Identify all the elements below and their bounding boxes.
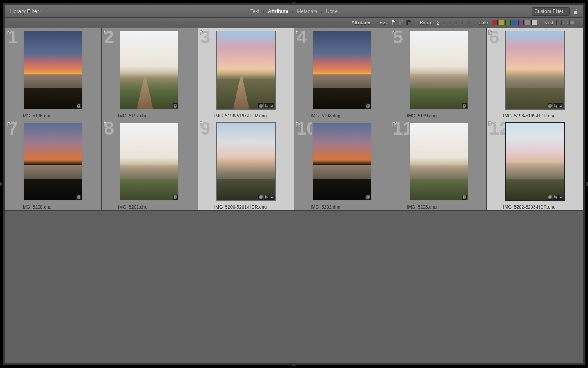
kind-virtual-button[interactable] xyxy=(563,20,568,25)
flag-unflagged-button[interactable] xyxy=(399,20,405,25)
filename-label: IMG_5196.dng xyxy=(22,113,51,118)
flag-label: Flag xyxy=(379,20,388,25)
color-swatch-1[interactable] xyxy=(499,20,504,25)
thumbnail-image[interactable] xyxy=(24,31,82,109)
rating-star-5[interactable]: ★ xyxy=(466,19,471,26)
thumbnail-image[interactable] xyxy=(313,31,371,109)
stack-badge-icon[interactable] xyxy=(258,103,263,108)
kind-master-button[interactable] xyxy=(556,20,562,25)
hdr-badge-icon[interactable] xyxy=(558,195,563,200)
thumbnail-cell[interactable]: 5IMG_5199.dng xyxy=(390,28,486,119)
rating-star-4[interactable]: ★ xyxy=(460,19,465,26)
badge-tray xyxy=(258,103,274,108)
flag-icon[interactable] xyxy=(7,30,11,35)
thumbnail-image[interactable] xyxy=(120,123,178,200)
color-swatch-5[interactable] xyxy=(525,20,530,25)
filename-label: IMG_5196-5197-HDR.dng xyxy=(214,113,267,118)
custom-filter-dropdown[interactable]: Custom Filter ▾ xyxy=(532,7,570,16)
crop-badge-icon[interactable] xyxy=(264,195,269,200)
hdr-badge-icon[interactable] xyxy=(269,103,274,108)
thumbnail-image[interactable] xyxy=(313,123,371,200)
flag-icon[interactable] xyxy=(296,30,300,35)
panel-handle-top[interactable] xyxy=(292,2,296,4)
thumbnail-cell[interactable]: 8IMG_5201.dng xyxy=(102,119,198,210)
rating-star-1[interactable]: ★ xyxy=(441,19,447,26)
thumbnail-cell[interactable]: 9IMG_5200-5201-HDR.dng xyxy=(198,119,294,210)
hdr-badge-icon[interactable] xyxy=(269,195,274,200)
color-swatch-3[interactable] xyxy=(512,20,517,25)
flag-icon[interactable] xyxy=(488,121,493,126)
stack-badge-icon[interactable] xyxy=(76,195,81,200)
panel-handle-right[interactable] xyxy=(585,182,588,186)
thumbnail-grid-area[interactable]: 1IMG_5196.dng2IMG_5197.dng3IMG_5196-5197… xyxy=(5,28,583,363)
stack-badge-icon[interactable] xyxy=(365,195,370,200)
badge-tray xyxy=(173,103,178,108)
thumbnail-image[interactable] xyxy=(217,31,275,109)
stack-badge-icon[interactable] xyxy=(462,195,467,200)
thumbnail-image[interactable] xyxy=(410,123,468,200)
flag-icon[interactable] xyxy=(103,121,108,126)
stack-badge-icon[interactable] xyxy=(548,195,552,200)
thumbnail-frame xyxy=(505,31,565,110)
thumbnail-cell[interactable]: 2IMG_5197.dng xyxy=(102,28,198,119)
badge-tray xyxy=(462,103,467,108)
filename-label: IMG_5198-5199-HDR.dng xyxy=(503,113,555,118)
stack-badge-icon[interactable] xyxy=(173,195,178,200)
flag-icon[interactable] xyxy=(103,30,108,35)
flag-icon[interactable] xyxy=(392,121,396,126)
filter-tab-attribute[interactable]: Attribute xyxy=(264,9,293,14)
thumbnail-cell[interactable]: 11IMG_5203.dng xyxy=(390,119,486,210)
thumbnail-image[interactable] xyxy=(506,31,564,109)
panel-handle-bottom[interactable] xyxy=(292,364,296,366)
thumbnail-cell[interactable]: 10IMG_5202.dng xyxy=(294,119,390,210)
filter-tab-text[interactable]: Text xyxy=(246,9,264,14)
lock-icon[interactable] xyxy=(573,9,579,14)
rating-operator[interactable]: ≥ xyxy=(435,20,441,26)
library-filter-title: Library Filter : xyxy=(9,8,42,14)
thumbnail-cell[interactable]: 3IMG_5196-5197-HDR.dng xyxy=(198,28,294,119)
filename-label: IMG_5202.dng xyxy=(310,204,340,209)
filter-tab-none[interactable]: None xyxy=(322,9,342,14)
crop-badge-icon[interactable] xyxy=(264,103,269,108)
flag-icon[interactable] xyxy=(296,121,300,126)
thumbnail-frame xyxy=(216,122,276,201)
stack-badge-icon[interactable] xyxy=(548,103,552,108)
thumbnail-cell[interactable]: 6IMG_5198-5199-HDR.dng xyxy=(487,28,583,119)
thumbnail-cell[interactable]: 1IMG_5196.dng xyxy=(5,28,101,119)
thumbnail-image[interactable] xyxy=(24,123,82,200)
thumbnail-image[interactable] xyxy=(217,123,275,200)
hdr-badge-icon[interactable] xyxy=(558,103,563,108)
kind-label: Kind xyxy=(544,20,553,25)
flag-icon[interactable] xyxy=(392,30,396,35)
color-swatch-0[interactable] xyxy=(492,20,498,25)
color-swatch-2[interactable] xyxy=(505,20,511,25)
flag-icon[interactable] xyxy=(7,121,11,126)
color-swatch-4[interactable] xyxy=(518,20,524,25)
flag-icon[interactable] xyxy=(488,30,493,35)
thumbnail-image[interactable] xyxy=(506,123,564,200)
flag-icon[interactable] xyxy=(200,121,204,126)
thumbnail-cell[interactable]: 7IMG_5200.dng xyxy=(5,119,101,210)
thumbnail-cell[interactable]: 12IMG_5202-5203-HDR.dng xyxy=(487,119,583,210)
stack-badge-icon[interactable] xyxy=(173,103,178,108)
kind-video-button[interactable] xyxy=(569,20,575,25)
flag-rejected-button[interactable] xyxy=(406,20,412,25)
thumbnail-cell[interactable]: 4IMG_5198.dng xyxy=(294,28,390,119)
color-label: Color xyxy=(479,20,489,25)
filter-tab-metadata[interactable]: Metadata xyxy=(293,9,322,14)
rating-star-3[interactable]: ★ xyxy=(454,19,459,26)
thumbnail-image[interactable] xyxy=(120,31,178,109)
rating-star-2[interactable]: ★ xyxy=(448,19,453,26)
library-filter-bar: Library Filter : Text Attribute Metadata… xyxy=(5,5,583,18)
flag-picked-button[interactable] xyxy=(391,20,398,25)
flag-icon[interactable] xyxy=(200,30,204,35)
panel-handle-left[interactable] xyxy=(0,182,3,186)
stack-badge-icon[interactable] xyxy=(76,103,81,108)
stack-badge-icon[interactable] xyxy=(365,103,370,108)
stack-badge-icon[interactable] xyxy=(462,103,467,108)
crop-badge-icon[interactable] xyxy=(553,195,558,200)
crop-badge-icon[interactable] xyxy=(553,103,558,108)
thumbnail-image[interactable] xyxy=(410,31,468,109)
color-swatch-6[interactable] xyxy=(531,20,537,25)
stack-badge-icon[interactable] xyxy=(258,195,263,200)
